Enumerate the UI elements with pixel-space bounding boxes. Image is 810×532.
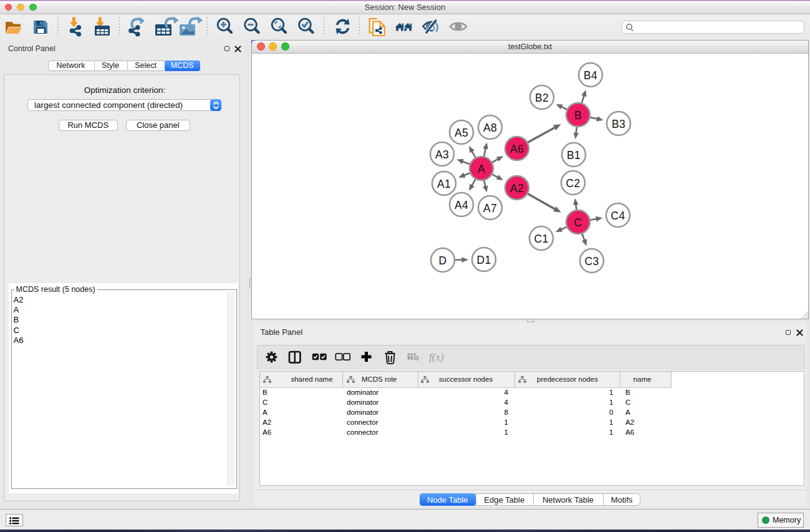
svg-text:f(x): f(x) [429,351,444,363]
svg-text:A4: A4 [455,199,468,211]
svg-text:C: C [574,216,582,229]
svg-text:C3: C3 [585,255,599,268]
svg-text:D1: D1 [477,254,491,266]
svg-text:B1: B1 [567,149,581,162]
svg-text:A8: A8 [483,122,497,134]
svg-text:A1: A1 [437,178,451,190]
svg-text:C4: C4 [611,210,625,222]
svg-text:D: D [439,254,447,267]
svg-text:C1: C1 [534,233,549,245]
svg-text:A5: A5 [455,127,468,139]
svg-text:B2: B2 [535,92,549,104]
svg-text:A6: A6 [510,143,524,155]
svg-text:B3: B3 [612,118,625,130]
svg-text:A7: A7 [483,202,497,215]
svg-text:B: B [574,109,582,122]
svg-text:C2: C2 [566,177,581,190]
svg-text:A2: A2 [510,182,524,195]
svg-text:B4: B4 [584,69,597,82]
svg-text:A3: A3 [435,148,449,161]
svg-text:A: A [478,163,485,175]
